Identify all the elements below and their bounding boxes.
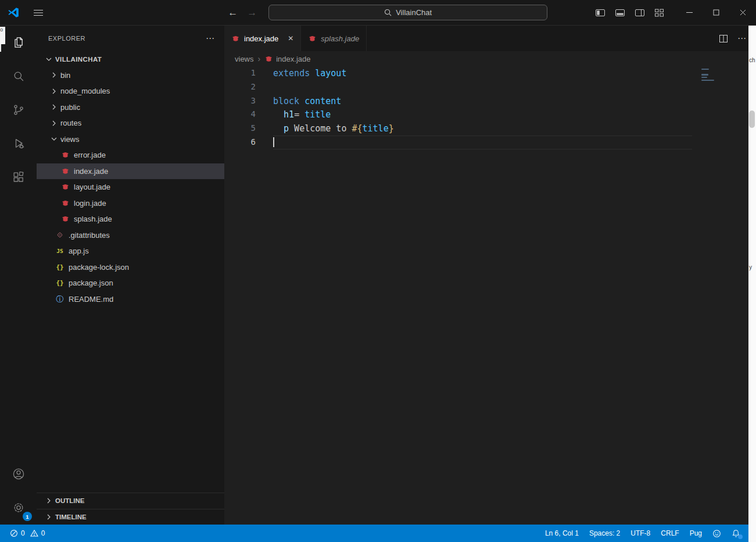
- background-text-fragment: y: [749, 264, 752, 270]
- activity-run-debug[interactable]: [0, 127, 37, 161]
- tree-item-public[interactable]: public: [37, 99, 224, 116]
- tree-item-layout-jade[interactable]: layout.jade: [37, 179, 224, 195]
- breadcrumb-label: views: [235, 55, 254, 63]
- source-control-icon: [12, 103, 26, 117]
- activity-settings[interactable]: 1: [0, 491, 37, 525]
- json-file-icon: {}: [55, 279, 65, 288]
- breadcrumb-label: index.jade: [276, 55, 310, 63]
- tree-item-bin[interactable]: bin: [37, 67, 224, 84]
- search-icon: [384, 9, 392, 16]
- section-outline[interactable]: OUTLINE: [37, 493, 224, 509]
- tree-item-label: README.md: [69, 295, 113, 304]
- code-editor[interactable]: 1extends layout23block content4 h1= titl…: [224, 66, 756, 525]
- tab-index-jade[interactable]: index.jade✕: [224, 26, 301, 51]
- tree-item-views[interactable]: views: [37, 131, 224, 148]
- js-file-icon: JS: [55, 247, 65, 256]
- chevron-right-icon: [49, 70, 59, 80]
- breadcrumb-index-jade[interactable]: index.jade: [264, 55, 310, 63]
- jade-file-icon: [60, 166, 70, 176]
- activity-bar: 1: [0, 26, 37, 525]
- section-label: TIMELINE: [55, 514, 87, 520]
- split-editor-icon[interactable]: [719, 34, 728, 43]
- activity-explorer[interactable]: [0, 26, 37, 59]
- tree-item-readme-md[interactable]: ⓘREADME.md: [37, 291, 224, 308]
- breadcrumb: views›index.jade: [224, 51, 756, 66]
- tree-item-label: package.json: [69, 279, 113, 287]
- settings-icon: [12, 501, 26, 515]
- minimap[interactable]: [701, 69, 719, 85]
- minimap-line: [701, 80, 714, 81]
- window-close-button[interactable]: [729, 0, 756, 25]
- notification-dot: [738, 534, 743, 539]
- tree-item-label: splash.jade: [74, 215, 112, 223]
- tree-root-villainchat[interactable]: VILLAINCHAT: [37, 51, 224, 67]
- tree-item-package-lock-json[interactable]: {}package-lock.json: [37, 259, 224, 276]
- code-line-4[interactable]: 4 h1= title: [224, 108, 756, 122]
- breadcrumb-views[interactable]: views: [235, 55, 254, 63]
- tree-item-login-jade[interactable]: login.jade: [37, 195, 224, 212]
- tree-item-error-jade[interactable]: error.jade: [37, 147, 224, 163]
- code-line-2[interactable]: 2: [224, 80, 756, 94]
- jade-file-icon: [264, 55, 273, 63]
- code-line-3[interactable]: 3block content: [224, 94, 756, 108]
- window-maximize-button[interactable]: [703, 0, 729, 25]
- section-timeline[interactable]: TIMELINE: [37, 509, 224, 525]
- status-crlf[interactable]: CRLF: [655, 529, 684, 537]
- tree-item-label: package-lock.json: [69, 263, 129, 272]
- tab-label: index.jade: [244, 34, 278, 43]
- code-line-6[interactable]: 6: [224, 136, 756, 149]
- line-content: [273, 80, 692, 94]
- close-tab-icon[interactable]: ✕: [288, 34, 293, 42]
- tree-item-package-json[interactable]: {}package.json: [37, 275, 224, 291]
- editor-more-actions-icon[interactable]: ⋯: [737, 33, 747, 44]
- code-line-1[interactable]: 1extends layout: [224, 66, 756, 80]
- tree-item-routes[interactable]: routes: [37, 115, 224, 131]
- section-label: OUTLINE: [55, 497, 84, 504]
- feedback-smiley-icon[interactable]: [707, 529, 726, 538]
- tree-item-index-jade[interactable]: index.jade: [37, 163, 224, 180]
- status-ln-6-col-1[interactable]: Ln 6, Col 1: [540, 529, 584, 537]
- minimap-line: [701, 69, 709, 70]
- navigate-back-icon[interactable]: ←: [223, 7, 242, 19]
- problems-indicator[interactable]: 0 0: [5, 529, 50, 537]
- tree-item-label: node_modules: [60, 87, 110, 95]
- customize-layout-icon[interactable]: [654, 8, 664, 17]
- sidebar-title: EXPLORER: [48, 35, 85, 42]
- warnings-count: 0: [41, 529, 45, 537]
- notifications-bell[interactable]: [726, 529, 746, 538]
- activity-accounts[interactable]: [0, 457, 37, 491]
- tab-splash-jade[interactable]: splash.jade: [301, 26, 367, 51]
- tree-item-label: app.js: [69, 247, 89, 255]
- toggle-primary-sidebar-icon[interactable]: [595, 8, 605, 17]
- status-utf-8[interactable]: UTF-8: [625, 529, 655, 537]
- line-number: 5: [224, 122, 256, 136]
- menu-hamburger-icon[interactable]: [34, 9, 43, 16]
- line-number: 3: [224, 94, 256, 108]
- code-line-5[interactable]: 5 p Welcome to #{title}: [224, 122, 756, 136]
- tree-item-gitattributes[interactable]: .gitattributes: [37, 227, 224, 244]
- toggle-panel-icon[interactable]: [615, 8, 625, 17]
- jade-file-icon: [231, 34, 240, 43]
- jade-file-icon: [60, 183, 70, 192]
- window-minimize-button[interactable]: [676, 0, 703, 25]
- explorer-icon: [12, 35, 26, 49]
- extensions-icon: [12, 170, 26, 184]
- activity-search[interactable]: [0, 59, 37, 93]
- toggle-secondary-sidebar-icon[interactable]: [635, 8, 645, 17]
- tree-item-node-modules[interactable]: node_modules: [37, 83, 224, 99]
- activity-source-control[interactable]: [0, 93, 37, 127]
- navigate-forward-icon[interactable]: →: [242, 7, 261, 19]
- tree-item-app-js[interactable]: JSapp.js: [37, 243, 224, 259]
- command-center-search[interactable]: VillainChat: [268, 5, 547, 20]
- background-scrollbar-thumb: [749, 110, 755, 128]
- jade-file-icon: [60, 215, 70, 224]
- activity-extensions[interactable]: [0, 161, 37, 194]
- errors-count: 0: [21, 529, 25, 537]
- status-pug[interactable]: Pug: [685, 529, 707, 537]
- command-center-text: VillainChat: [396, 8, 432, 17]
- explorer-more-actions-icon[interactable]: ⋯: [206, 33, 215, 44]
- warnings-icon: [30, 529, 38, 537]
- editor-group: index.jade✕splash.jade ⋯ views›index.jad…: [224, 26, 756, 525]
- status-spaces-2[interactable]: Spaces: 2: [584, 529, 625, 537]
- tree-item-splash-jade[interactable]: splash.jade: [37, 211, 224, 227]
